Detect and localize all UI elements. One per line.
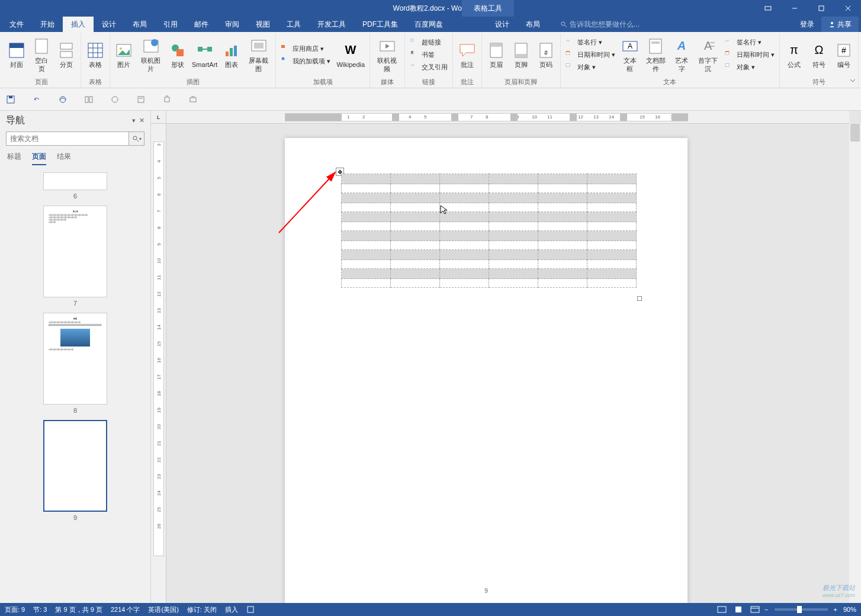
status-page[interactable]: 页面: 9 <box>5 605 25 614</box>
ruler-corner[interactable]: L <box>151 111 166 124</box>
undo-icon[interactable] <box>31 94 43 105</box>
view-print-layout[interactable] <box>731 604 746 615</box>
tab-references[interactable]: 引用 <box>155 17 186 32</box>
ribbon-onlinepic[interactable]: 联机图片 <box>136 36 165 73</box>
ribbon-wordart[interactable]: A艺术字 <box>670 36 693 73</box>
zoom-out-button[interactable]: − <box>764 606 768 613</box>
tab-tools[interactable]: 工具 <box>278 17 309 32</box>
qa-btn-6[interactable] <box>135 94 147 105</box>
ribbon-cover[interactable]: 封面 <box>5 40 28 70</box>
ribbon-number[interactable]: #编号 <box>832 40 856 70</box>
ribbon-shapes[interactable]: 形状 <box>166 40 189 70</box>
ribbon-object[interactable]: 对象 ▾ <box>563 62 618 73</box>
ribbon-symbol[interactable]: Ω符号 <box>807 40 831 70</box>
share-button[interactable]: 共享 <box>821 17 859 32</box>
view-read-mode[interactable] <box>715 604 729 615</box>
status-word-count[interactable]: 2214 个字 <box>111 605 140 614</box>
ribbon-sig[interactable]: 签名行 ▾ <box>722 37 777 49</box>
scrollbar-thumb[interactable] <box>850 124 860 142</box>
close-button[interactable] <box>834 0 861 17</box>
status-track-changes[interactable]: 修订: 关闭 <box>187 605 217 614</box>
ribbon-bookmark[interactable]: 书签 <box>407 49 450 61</box>
maximize-button[interactable] <box>808 0 834 17</box>
ribbon-datetime[interactable]: 日期和时间 ▾ <box>563 49 618 61</box>
ribbon-dropcap[interactable]: A首字下沉 <box>694 36 721 73</box>
ribbon-footer[interactable]: 页脚 <box>509 40 533 70</box>
document-canvas[interactable]: L 34567891011121314151617181920212223242… <box>151 111 861 603</box>
ribbon-object[interactable]: 对象 ▾ <box>722 62 777 73</box>
ribbon-picture[interactable]: 图片 <box>113 40 135 70</box>
ribbon-equation[interactable]: π公式 <box>782 40 806 70</box>
tab-home[interactable]: 开始 <box>32 17 63 32</box>
nav-tab-pages[interactable]: 页面 <box>32 152 46 165</box>
status-macro-icon[interactable] <box>246 605 255 614</box>
vertical-scrollbar[interactable] <box>849 124 861 603</box>
nav-search-button[interactable]: ▾ <box>129 131 144 146</box>
ribbon-pagenum[interactable]: #页码 <box>534 40 558 70</box>
ribbon-crossref[interactable]: 交叉引用 <box>407 62 450 73</box>
ribbon-datetime[interactable]: 日期和时间 ▾ <box>722 49 777 61</box>
tab-layout[interactable]: 布局 <box>124 17 155 32</box>
qa-btn-8[interactable] <box>187 94 199 105</box>
ribbon-table[interactable]: 表格 <box>83 40 107 70</box>
document-page[interactable]: ✥ 9 <box>285 138 687 603</box>
zoom-in-button[interactable]: + <box>834 606 837 613</box>
collapse-ribbon-icon[interactable] <box>849 77 856 84</box>
ribbon-chart[interactable]: 图表 <box>220 40 243 70</box>
tab-design[interactable]: 设计 <box>94 17 124 32</box>
nav-dropdown-icon[interactable]: ▾ <box>132 117 136 124</box>
ribbon-break[interactable]: 分页 <box>54 40 78 70</box>
page-thumbnail-9[interactable]: 9 <box>43 420 107 525</box>
nav-tab-results[interactable]: 结果 <box>57 152 71 165</box>
status-section[interactable]: 节: 3 <box>33 605 47 614</box>
qa-btn-4[interactable] <box>83 94 95 105</box>
login-button[interactable]: 登录 <box>793 17 821 32</box>
tab-pdf[interactable]: PDF工具集 <box>354 17 406 32</box>
ribbon-screenshot[interactable]: 屏幕截图 <box>244 36 273 73</box>
ribbon-sig[interactable]: 签名行 ▾ <box>563 37 618 49</box>
ribbon-quickparts[interactable]: 文档部件 <box>642 36 670 73</box>
tab-table-layout[interactable]: 布局 <box>518 17 548 32</box>
ribbon-blank[interactable]: 空白页 <box>30 36 54 73</box>
qa-btn-5[interactable] <box>109 94 121 105</box>
ribbon-store[interactable]: 应用商店 ▾ <box>278 43 333 54</box>
ribbon-smartart[interactable]: SmartArt <box>190 40 219 70</box>
document-table[interactable] <box>341 174 637 288</box>
page-thumbnail-7[interactable]: 第七章内容内容内容内容内容内容内容内容内容内容内容内容内容内容内容内容内容内容内… <box>43 206 107 310</box>
nav-close-icon[interactable]: ✕ <box>139 117 144 124</box>
vertical-ruler[interactable]: 3456789101112131415161718192021222324252… <box>151 124 166 603</box>
table-resize-handle[interactable] <box>637 296 642 301</box>
tab-mailings[interactable]: 邮件 <box>186 17 217 32</box>
tab-view[interactable]: 视图 <box>248 17 278 32</box>
qa-btn-7[interactable] <box>161 94 173 105</box>
tell-me-search[interactable]: 告诉我您想要做什么... <box>560 20 640 30</box>
tab-insert[interactable]: 插入 <box>63 17 94 32</box>
ribbon-header[interactable]: 页眉 <box>484 40 508 70</box>
ribbon-addins[interactable]: 我的加载项 ▾ <box>278 55 333 67</box>
ribbon-hyperlink[interactable]: 超链接 <box>407 37 450 49</box>
tab-review[interactable]: 审阅 <box>217 17 248 32</box>
tab-table-design[interactable]: 设计 <box>487 17 518 32</box>
tab-baidu[interactable]: 百度网盘 <box>406 17 451 32</box>
view-web-layout[interactable] <box>748 604 762 615</box>
save-icon[interactable] <box>5 94 17 105</box>
ribbon-display-options[interactable] <box>754 0 781 17</box>
redo-icon[interactable] <box>57 94 69 105</box>
ribbon-comment[interactable]: 批注 <box>455 40 479 70</box>
ribbon-textbox[interactable]: A文本框 <box>619 36 641 73</box>
horizontal-ruler[interactable]: -3-2-11234567891011121314151617 <box>166 111 849 124</box>
page-thumbnail-6[interactable]: 6 <box>43 172 107 203</box>
minimize-button[interactable] <box>781 0 808 17</box>
zoom-slider[interactable] <box>775 608 828 611</box>
tab-developer[interactable]: 开发工具 <box>309 17 354 32</box>
status-page-of[interactable]: 第 9 页，共 9 页 <box>55 605 102 614</box>
nav-search-input[interactable] <box>6 131 129 146</box>
ribbon-wiki[interactable]: WWikipedia <box>334 40 367 70</box>
ribbon-video[interactable]: 联机视频 <box>372 36 401 73</box>
tab-file[interactable]: 文件 <box>1 17 32 32</box>
nav-tab-headings[interactable]: 标题 <box>7 152 21 165</box>
page-thumbnail-8[interactable]: 标题内容内容内容内容内容内容内容内容内容内容内容内容内容内容内容内容8 <box>43 313 107 418</box>
status-language[interactable]: 英语(美国) <box>148 605 178 614</box>
status-insert-mode[interactable]: 插入 <box>225 605 238 614</box>
zoom-level[interactable]: 90% <box>843 606 856 613</box>
